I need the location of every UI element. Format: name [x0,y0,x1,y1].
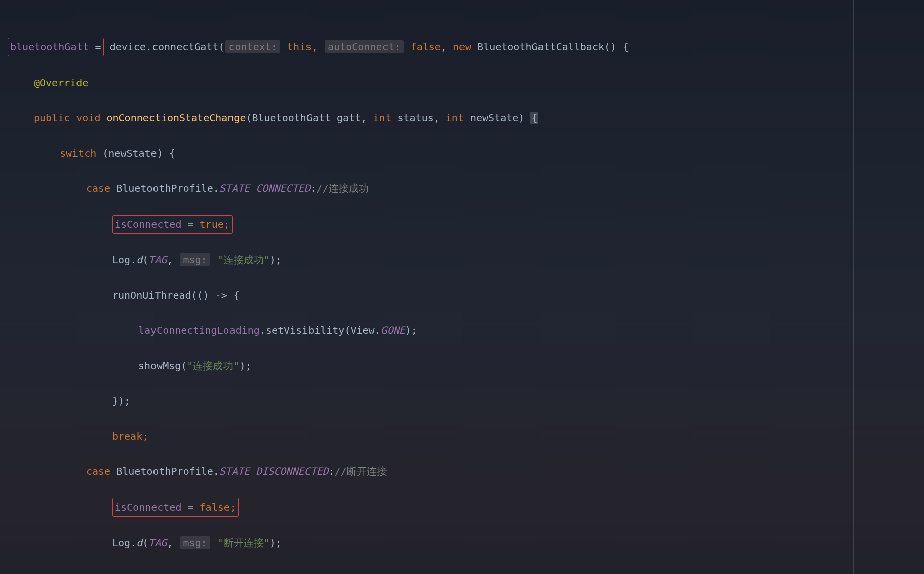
code-line: Log.d(TAG, msg: "连接成功"); [8,251,924,269]
param-hint: msg: [180,536,210,549]
param-hint: context: [225,40,280,53]
code-line: break; [8,427,924,445]
param-hint: autoConnect: [325,40,404,53]
code-editor[interactable]: bluetoothGatt = device.connectGatt(conte… [0,0,924,574]
code-line: isConnected = false; [8,498,924,517]
code-line: showMsg("连接成功"); [8,357,924,375]
code-line: bluetoothGatt = device.connectGatt(conte… [8,38,924,56]
code-line: public void onConnectionStateChange(Blue… [8,109,924,127]
highlighted-box: isConnected = true; [112,215,233,234]
code-line: case BluetoothProfile.STATE_CONNECTED://… [8,180,924,197]
code-line: runOnUiThread(() -> { [8,569,924,574]
code-line: @Override [8,74,924,92]
code-line: }); [8,392,924,410]
highlighted-box: isConnected = false; [112,498,239,517]
code-line: switch (newState) { [8,145,924,162]
param-hint: msg: [180,253,210,266]
code-line: case BluetoothProfile.STATE_DISCONNECTED… [8,463,924,480]
code-line: isConnected = true; [8,215,924,234]
code-line: runOnUiThread(() -> { [8,286,924,304]
editor-right-margin [853,0,854,574]
highlighted-box: bluetoothGatt = [8,38,104,56]
code-line: layConnectingLoading.setVisibility(View.… [8,322,924,339]
brace-highlight: { [530,112,538,124]
code-line: Log.d(TAG, msg: "断开连接"); [8,534,924,552]
